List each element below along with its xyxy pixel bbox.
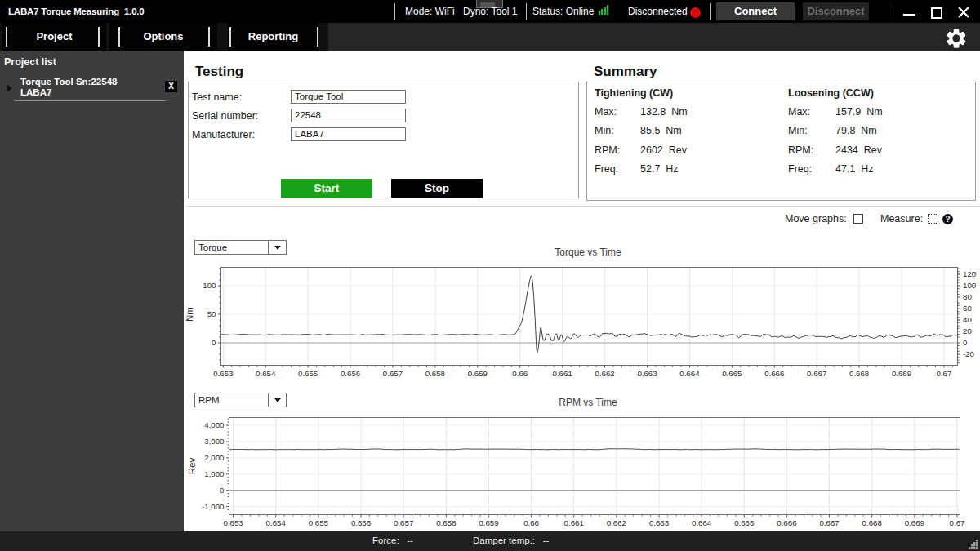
svg-text:1,000: 1,000 — [204, 469, 225, 478]
svg-text:0.665: 0.665 — [734, 518, 754, 527]
svg-text:0.658: 0.658 — [425, 369, 445, 378]
svg-text:0.666: 0.666 — [764, 369, 784, 378]
svg-text:0.659: 0.659 — [479, 518, 498, 527]
svg-text:0: 0 — [212, 338, 216, 347]
svg-text:20: 20 — [963, 327, 972, 335]
svg-text:0.67: 0.67 — [937, 369, 952, 378]
svg-text:Torque vs Time: Torque vs Time — [555, 247, 621, 258]
svg-text:100: 100 — [203, 281, 216, 290]
svg-text:Rev: Rev — [187, 458, 197, 475]
svg-text:RPM vs Time: RPM vs Time — [559, 397, 617, 408]
svg-text:4,000: 4,000 — [204, 420, 225, 429]
svg-text:-20: -20 — [963, 349, 975, 358]
svg-text:0.661: 0.661 — [564, 518, 584, 527]
svg-text:0.662: 0.662 — [607, 518, 626, 527]
svg-text:50: 50 — [207, 309, 216, 318]
svg-text:Nm: Nm — [186, 307, 194, 322]
svg-text:-1,000: -1,000 — [202, 502, 225, 511]
svg-text:0.665: 0.665 — [722, 369, 742, 378]
svg-text:80: 80 — [963, 292, 972, 301]
svg-text:0.655: 0.655 — [298, 369, 318, 378]
svg-text:0.664: 0.664 — [692, 518, 712, 527]
svg-text:0.669: 0.669 — [892, 369, 911, 378]
svg-text:0: 0 — [963, 338, 968, 347]
svg-text:0.66: 0.66 — [512, 369, 528, 378]
svg-text:0.663: 0.663 — [637, 369, 657, 378]
svg-text:100: 100 — [963, 281, 977, 290]
svg-text:2,000: 2,000 — [204, 453, 225, 462]
svg-text:0.657: 0.657 — [383, 369, 403, 378]
svg-text:0.654: 0.654 — [266, 518, 287, 527]
svg-text:0.661: 0.661 — [553, 369, 572, 378]
svg-text:0.663: 0.663 — [649, 518, 669, 527]
svg-text:0.67: 0.67 — [950, 518, 965, 527]
svg-text:0.662: 0.662 — [595, 369, 614, 378]
svg-text:40: 40 — [963, 315, 972, 324]
svg-text:120: 120 — [963, 269, 977, 278]
svg-text:60: 60 — [963, 304, 972, 313]
svg-text:0.666: 0.666 — [777, 518, 796, 527]
svg-text:0.659: 0.659 — [468, 369, 488, 378]
svg-text:0.664: 0.664 — [679, 369, 700, 378]
svg-text:0.658: 0.658 — [436, 518, 456, 527]
svg-text:0.657: 0.657 — [394, 518, 413, 527]
svg-text:0: 0 — [220, 486, 225, 495]
svg-text:0.653: 0.653 — [223, 518, 243, 527]
svg-text:0.667: 0.667 — [807, 369, 826, 378]
svg-text:3,000: 3,000 — [204, 437, 225, 446]
svg-text:0.668: 0.668 — [862, 518, 882, 527]
svg-text:0.656: 0.656 — [341, 369, 360, 378]
svg-text:0.654: 0.654 — [256, 369, 276, 378]
svg-text:0.668: 0.668 — [849, 369, 869, 378]
svg-text:0.653: 0.653 — [213, 369, 233, 378]
svg-text:0.667: 0.667 — [819, 518, 839, 527]
svg-text:0.669: 0.669 — [905, 518, 924, 527]
svg-text:0.66: 0.66 — [523, 518, 539, 527]
svg-text:0.655: 0.655 — [309, 518, 328, 527]
svg-text:0.656: 0.656 — [351, 518, 371, 527]
